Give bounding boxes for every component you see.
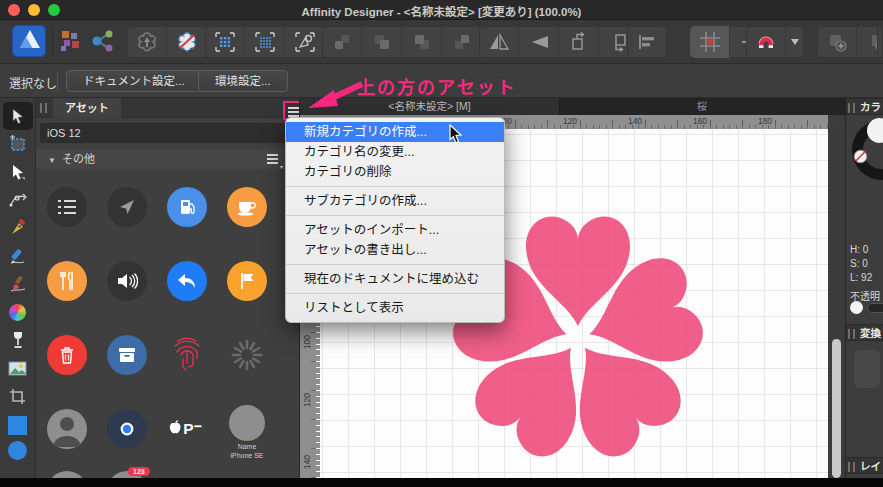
subcategory-menu-icon[interactable]: ▾ (267, 154, 278, 156)
snapping-magnet-group (746, 26, 804, 58)
flip-horizontal-button[interactable] (479, 26, 519, 58)
brush-tool[interactable] (3, 270, 33, 298)
titlebar: Affinity Designer - <名称未設定> [変更あり] (100.… (0, 0, 883, 20)
asset-list-icon[interactable] (47, 187, 87, 227)
layers-panel-tab[interactable]: レイ (846, 457, 883, 474)
move-forward-one-button[interactable] (402, 26, 442, 58)
asset-volume-icon[interactable] (107, 261, 147, 301)
snap-grid-toggle-button[interactable] (205, 26, 245, 58)
transform-objects-toggle-button[interactable] (285, 26, 325, 58)
node-tool[interactable] (3, 158, 33, 186)
asset-location-icon[interactable] (107, 409, 147, 449)
menu-item-rename-category[interactable]: カテゴリ名の変更... (286, 142, 504, 162)
color-swatches-icon[interactable] (58, 28, 84, 54)
magnet-snapping-toggle-button[interactable] (746, 26, 786, 58)
panel-grip-icon[interactable] (40, 103, 47, 113)
asset-apple-pay-icon[interactable]: P (167, 409, 207, 449)
selection-status: 選択なし (9, 74, 57, 91)
grid-options-button[interactable] (690, 26, 730, 58)
insert-behind-button[interactable] (817, 26, 857, 58)
flip-rotate-group (479, 26, 639, 58)
transform-preview-ghost (854, 350, 880, 388)
alignment-button[interactable] (627, 26, 667, 58)
preferences-button[interactable]: 環境設定... (198, 70, 288, 92)
menu-item-embed-in-document[interactable]: 現在のドキュメントに埋め込む (286, 269, 504, 289)
flower-arrow-toggle-button[interactable] (127, 26, 167, 58)
snapping-options-dropdown[interactable] (786, 26, 804, 58)
asset-restaurant-icon[interactable] (47, 261, 87, 301)
fill-color-swatch[interactable] (8, 416, 27, 435)
mouse-cursor (449, 124, 463, 144)
menu-item-show-as-list[interactable]: リストとして表示 (286, 298, 504, 318)
share-icon[interactable] (90, 28, 116, 54)
assets-context-menu: 新規カテゴリの作成... カテゴリ名の変更... カテゴリの削除 サブカテゴリの… (285, 117, 505, 323)
document-tab-sakura[interactable]: 桜 (560, 98, 845, 115)
place-image-tool[interactable] (3, 354, 33, 382)
assets-panel-header: アセット ▾ (36, 98, 300, 118)
asset-send-icon[interactable] (107, 187, 147, 227)
asset-iphone-se-icon[interactable] (229, 405, 265, 441)
asset-coffee-icon[interactable] (227, 187, 267, 227)
asset-partial-circle-icon[interactable] (47, 471, 87, 478)
app-window: Affinity Designer - <名称未設定> [変更あり] (100.… (0, 0, 883, 487)
document-setup-button[interactable]: ドキュメント設定... (66, 70, 202, 92)
assets-panel-menu-icon[interactable] (288, 107, 300, 109)
assets-panel: アセット ▾ iOS 12 ▼その他 ▾ (36, 98, 300, 478)
annotation-text: 上の方のアセット (357, 73, 517, 99)
asset-avatar-icon[interactable] (47, 409, 87, 449)
menu-item-new-subcategory[interactable]: サブカテゴリの作成... (286, 191, 504, 211)
menu-item-delete-category[interactable]: カテゴリの削除 (286, 162, 504, 182)
asset-iphone-caption-line2: iPhone SE (212, 452, 282, 459)
snap-pixel-toggle-button[interactable] (245, 26, 285, 58)
asset-subcategory-header[interactable]: ▼その他 ▾ (36, 149, 300, 169)
affinity-designer-logo-icon (12, 25, 46, 57)
artboard-tool[interactable] (3, 130, 33, 158)
saturation-value: S: 0 (850, 258, 868, 269)
asset-spinner-icon[interactable] (227, 335, 267, 375)
transparency-tool[interactable] (3, 326, 33, 354)
rotate-ccw-button[interactable] (559, 26, 599, 58)
move-to-front-button[interactable] (442, 26, 482, 58)
menu-item-export-assets[interactable]: アセットの書き出し... (286, 240, 504, 260)
asset-archive-icon[interactable] (107, 335, 147, 375)
transform-panel-tab[interactable]: 変換 (846, 324, 883, 341)
menu-item-import-assets[interactable]: アセットのインポート... (286, 220, 504, 240)
tools-sidebar (0, 98, 36, 478)
alignment-group (627, 26, 667, 58)
notification-badge: 123 (128, 467, 150, 476)
asset-category-select[interactable]: iOS 12 (40, 123, 296, 143)
toolbar (0, 20, 883, 64)
move-to-back-button[interactable] (322, 26, 362, 58)
assets-panel-tab[interactable]: アセット (53, 98, 121, 118)
asset-iphone-caption-line1: Name (212, 443, 282, 450)
asset-flag-icon[interactable] (227, 261, 267, 301)
opacity-toggle[interactable] (867, 303, 883, 313)
flip-vertical-button[interactable] (519, 26, 559, 58)
stroke-color-swatch[interactable] (8, 441, 27, 460)
pencil-tool[interactable] (3, 242, 33, 270)
snapping-toggle-group (205, 26, 325, 58)
canvas-scrollbar-thumb[interactable] (832, 339, 841, 478)
flower-slash-toggle-button[interactable] (167, 26, 207, 58)
canvas-scrollbar-track[interactable] (828, 129, 845, 478)
lightness-value: L: 92 (850, 272, 872, 283)
hue-value: H: 0 (850, 244, 868, 255)
asset-fuel-icon[interactable] (167, 187, 207, 227)
point-transform-tool[interactable] (3, 186, 33, 214)
insert-mode-group (817, 26, 883, 58)
asset-reply-icon[interactable] (167, 261, 207, 301)
clipped-toolbar-button[interactable] (877, 26, 883, 58)
no-fill-swatch[interactable] (853, 149, 868, 164)
collapse-triangle-icon[interactable]: ▼ (48, 156, 56, 165)
crop-tool[interactable] (3, 382, 33, 410)
move-tool[interactable] (3, 102, 33, 130)
pen-tool[interactable] (3, 214, 33, 242)
move-back-one-button[interactable] (362, 26, 402, 58)
asset-trash-icon[interactable] (47, 335, 87, 375)
bottom-bar (0, 478, 883, 487)
menu-item-new-category[interactable]: 新規カテゴリの作成... (286, 122, 504, 142)
color-panel-tab[interactable]: カラ (846, 98, 883, 115)
asset-touch-id-icon[interactable] (167, 335, 207, 375)
opacity-swatch[interactable] (850, 301, 863, 314)
color-wheel-tool[interactable] (3, 298, 33, 326)
